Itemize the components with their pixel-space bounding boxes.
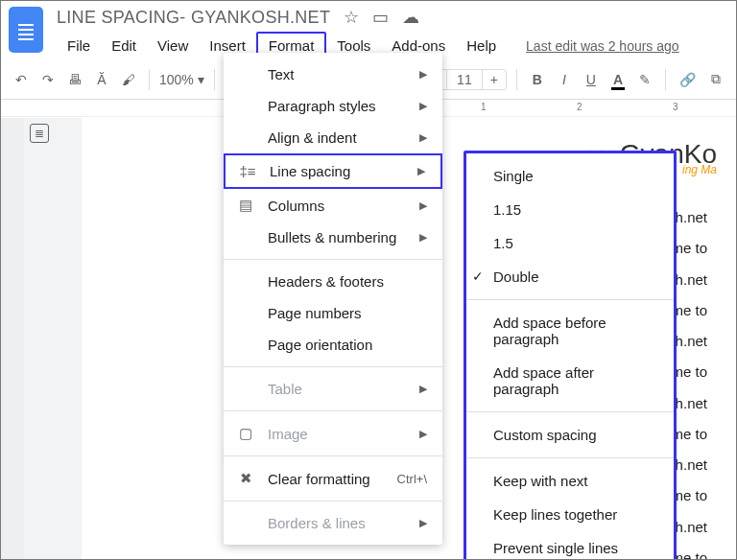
spellcheck-icon[interactable]: Ă (91, 68, 112, 91)
link-icon[interactable]: 🔗 (676, 68, 700, 91)
move-icon[interactable]: ▭ (372, 7, 389, 28)
chevron-down-icon: ▾ (198, 72, 204, 87)
bold-button[interactable]: B (527, 68, 548, 91)
redo-icon[interactable]: ↷ (37, 68, 59, 91)
spacing-double[interactable]: ✓Double (466, 260, 674, 293)
spacing-keep-next[interactable]: Keep with next (466, 464, 674, 498)
chevron-right-icon: ▶ (419, 68, 427, 81)
menu-edit[interactable]: Edit (101, 34, 147, 58)
docs-logo-icon[interactable] (9, 7, 43, 53)
header: LINE SPACING- GYANKOSH.NET ☆ ▭ ☁ File Ed… (1, 1, 736, 59)
spacing-single[interactable]: Single (466, 159, 674, 193)
underline-button[interactable]: U (581, 68, 602, 91)
spacing-add-before[interactable]: Add space before paragraph (466, 306, 674, 356)
format-align-indent[interactable]: Align & indent▶ (224, 122, 442, 153)
line-spacing-submenu: Single 1.15 1.5 ✓Double Add space before… (464, 151, 677, 560)
menu-file[interactable]: File (57, 34, 101, 58)
ruler-tick: 1 (481, 102, 487, 112)
ruler-tick: 3 (673, 102, 678, 112)
spacing-keep-together[interactable]: Keep lines together (466, 498, 674, 531)
menu-help[interactable]: Help (456, 34, 507, 58)
format-columns[interactable]: ▤Columns▶ (224, 189, 442, 222)
format-page-orientation[interactable]: Page orientation (224, 329, 442, 361)
line-spacing-icon: ‡≡ (237, 163, 258, 179)
format-line-spacing[interactable]: ‡≡Line spacing▶ (224, 153, 442, 189)
menu-view[interactable]: View (147, 34, 199, 58)
spacing-1-5[interactable]: 1.5 (466, 226, 674, 260)
outline-icon[interactable]: ≣ (30, 124, 49, 143)
paint-format-icon[interactable]: 🖌 (118, 68, 139, 91)
format-table: Table▶ (224, 373, 442, 405)
spacing-prevent-single[interactable]: Prevent single lines (466, 531, 674, 560)
zoom-selector[interactable]: 100% ▾ (159, 72, 204, 87)
comment-icon[interactable]: ⧉ (705, 67, 726, 91)
image-icon: ▢ (235, 425, 256, 442)
format-bullets-numbering[interactable]: Bullets & numbering▶ (224, 222, 442, 253)
format-menu-dropdown: Text▶ Paragraph styles▶ Align & indent▶ … (224, 53, 442, 545)
font-size-value[interactable]: 11 (446, 70, 483, 89)
text-color-button[interactable]: A (607, 68, 629, 91)
increase-font-icon[interactable]: + (483, 70, 506, 89)
format-image: ▢Image▶ (224, 417, 442, 450)
highlight-button[interactable]: ✎ (634, 68, 655, 91)
undo-icon[interactable]: ↶ (11, 68, 32, 91)
format-headers-footers[interactable]: Headers & footers (224, 266, 442, 297)
spacing-custom[interactable]: Custom spacing (466, 418, 674, 452)
document-title[interactable]: LINE SPACING- GYANKOSH.NET (57, 8, 330, 28)
columns-icon: ▤ (235, 197, 256, 214)
cloud-icon[interactable]: ☁ (402, 7, 419, 28)
ruler-tick: 2 (577, 102, 582, 112)
format-clear-formatting[interactable]: ✖Clear formattingCtrl+\ (224, 462, 442, 495)
format-borders-lines: Borders & lines▶ (224, 507, 442, 539)
format-text[interactable]: Text▶ (224, 58, 442, 90)
spacing-1-15[interactable]: 1.15 (466, 193, 674, 226)
clear-format-icon: ✖ (235, 470, 256, 487)
format-page-numbers[interactable]: Page numbers (224, 297, 442, 329)
check-icon: ✓ (472, 268, 484, 284)
italic-button[interactable]: I (554, 68, 575, 91)
spacing-add-after[interactable]: Add space after paragraph (466, 356, 674, 406)
last-edit-link[interactable]: Last edit was 2 hours ago (526, 38, 679, 54)
print-icon[interactable]: 🖶 (64, 68, 85, 91)
star-icon[interactable]: ☆ (344, 7, 359, 28)
format-paragraph-styles[interactable]: Paragraph styles▶ (224, 90, 442, 122)
